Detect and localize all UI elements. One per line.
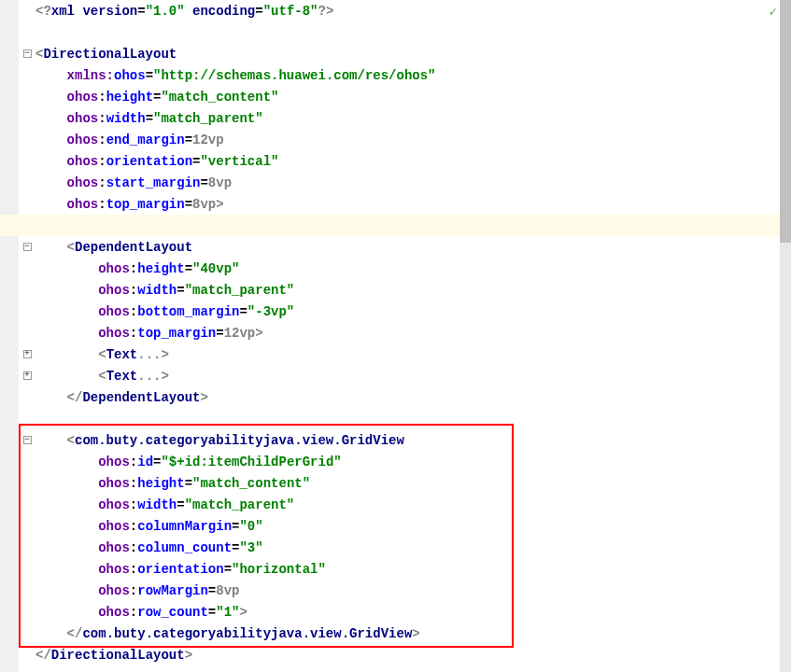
code-line[interactable]: xmlns:ohos="http://schemas.huawei.com/re… xyxy=(0,64,791,86)
token: < xyxy=(98,369,106,384)
code-line[interactable]: ohos:columnMargin="0" xyxy=(0,515,791,537)
code-line[interactable]: <?xml version="1.0" encoding="utf-8"?> xyxy=(0,0,791,21)
code-content[interactable]: ohos:bottom_margin="-3vp" xyxy=(35,304,791,319)
code-content[interactable]: ohos:end_margin=12vp xyxy=(35,133,791,147)
code-content[interactable]: ohos:start_margin=8vp xyxy=(35,175,791,190)
code-line[interactable]: ohos:column_count="3" xyxy=(0,537,791,558)
fold-gutter[interactable]: − xyxy=(19,436,35,444)
code-line[interactable]: ohos:id="$+id:itemChildPerGrid" xyxy=(0,451,791,472)
fold-collapse-icon[interactable]: − xyxy=(23,243,32,251)
code-line[interactable]: ohos:rowMargin=8vp xyxy=(0,580,791,601)
token: columnMargin xyxy=(137,519,232,534)
fold-collapse-icon[interactable]: − xyxy=(23,49,32,58)
fold-gutter[interactable]: − xyxy=(19,49,35,58)
code-content[interactable]: ohos:height="match_content" xyxy=(35,90,791,105)
code-line[interactable] xyxy=(0,408,791,429)
token: ohos xyxy=(67,197,99,212)
token: = xyxy=(137,4,145,19)
code-editor[interactable]: <?xml version="1.0" encoding="utf-8"?>−<… xyxy=(0,0,791,672)
code-content[interactable]: ohos:top_margin=8vp> xyxy=(35,197,791,212)
token: ohos xyxy=(98,476,130,491)
code-line[interactable]: ohos:width="match_parent" xyxy=(0,107,791,129)
fold-collapse-icon[interactable]: − xyxy=(23,436,32,444)
code-content[interactable]: ohos:height="match_content" xyxy=(35,476,791,491)
token: ohos xyxy=(98,540,130,555)
code-content[interactable]: <Text...> xyxy=(35,369,791,384)
code-line[interactable]: ohos:height="match_content" xyxy=(0,472,791,494)
code-line[interactable]: </com.buty.categoryabilityjava.view.Grid… xyxy=(0,623,791,644)
code-line[interactable]: </DependentLayout> xyxy=(0,386,791,408)
code-content[interactable]: <DependentLayout xyxy=(35,240,791,255)
code-line[interactable]: ohos:width="match_parent" xyxy=(0,279,791,301)
fold-gutter[interactable]: − xyxy=(19,243,35,251)
code-content[interactable]: </DependentLayout> xyxy=(35,390,791,405)
code-line[interactable]: ohos:start_margin=8vp xyxy=(0,172,791,193)
token: = xyxy=(177,283,184,298)
code-line[interactable]: − <com.buty.categoryabilityjava.view.Gri… xyxy=(0,429,791,451)
token: : xyxy=(130,605,137,620)
code-content[interactable]: <?xml version="1.0" encoding="utf-8"?> xyxy=(35,4,791,19)
token: height xyxy=(137,261,184,276)
code-content[interactable]: ohos:column_count="3" xyxy=(35,540,791,555)
token: width xyxy=(106,111,146,126)
token: ohos xyxy=(67,111,99,126)
code-content[interactable]: ohos:orientation="horizontal" xyxy=(35,562,791,577)
code-line[interactable]: ohos:end_margin=12vp xyxy=(0,129,791,150)
code-line[interactable] xyxy=(0,21,791,43)
code-content[interactable]: ohos:row_count="1"> xyxy=(35,605,791,620)
code-line[interactable]: ohos:orientation="horizontal" xyxy=(0,558,791,580)
code-line[interactable]: ohos:orientation="vertical" xyxy=(0,150,791,172)
code-content[interactable]: ohos:columnMargin="0" xyxy=(35,519,791,534)
code-content[interactable]: </DirectionalLayout> xyxy=(35,648,791,663)
code-content[interactable]: ohos:id="$+id:itemChildPerGrid" xyxy=(35,455,791,469)
code-content[interactable]: ohos:orientation="vertical" xyxy=(35,154,791,169)
code-line[interactable]: ohos:height="match_content" xyxy=(0,86,791,107)
code-line[interactable]: ohos:height="40vp" xyxy=(0,258,791,279)
code-content[interactable]: xmlns:ohos="http://schemas.huawei.com/re… xyxy=(35,68,791,83)
fold-expand-icon[interactable]: + xyxy=(23,350,32,358)
token: Text xyxy=(106,347,138,362)
fold-gutter[interactable]: + xyxy=(19,371,35,380)
code-content[interactable]: ohos:rowMargin=8vp xyxy=(35,583,791,598)
code-line[interactable]: ohos:bottom_margin="-3vp" xyxy=(0,301,791,322)
code-content[interactable]: ohos:width="match_parent" xyxy=(35,283,791,298)
code-content[interactable]: ohos:width="match_parent" xyxy=(35,497,791,512)
code-content[interactable]: </com.buty.categoryabilityjava.view.Grid… xyxy=(35,626,791,641)
code-line[interactable]: ohos:top_margin=8vp> xyxy=(0,193,791,215)
code-line[interactable]: −<DirectionalLayout xyxy=(0,43,791,64)
token: column_count xyxy=(137,540,232,555)
token: encoding xyxy=(192,4,255,19)
token: : xyxy=(130,583,137,598)
code-lines[interactable]: <?xml version="1.0" encoding="utf-8"?>−<… xyxy=(0,0,791,665)
fold-expand-icon[interactable]: + xyxy=(23,371,32,380)
code-content[interactable]: <com.buty.categoryabilityjava.view.GridV… xyxy=(35,433,791,448)
token: > xyxy=(185,648,192,663)
code-content[interactable]: ohos:height="40vp" xyxy=(35,261,791,276)
token: bottom_margin xyxy=(137,304,239,319)
token: DirectionalLayout xyxy=(51,648,185,663)
code-line[interactable]: </DirectionalLayout> xyxy=(0,644,791,665)
code-content[interactable]: ohos:width="match_parent" xyxy=(35,111,791,126)
minimap-scrollbar[interactable] xyxy=(780,0,791,672)
code-line[interactable]: + <Text...> xyxy=(0,365,791,386)
token: : xyxy=(130,497,137,512)
code-line[interactable]: ohos:width="match_parent" xyxy=(0,494,791,515)
token: height xyxy=(137,476,184,491)
token: < xyxy=(98,347,106,362)
code-content[interactable]: ohos:top_margin=12vp> xyxy=(35,326,791,341)
code-line[interactable]: ohos:row_count="1"> xyxy=(0,601,791,623)
fold-gutter[interactable]: + xyxy=(19,350,35,358)
token: DependentLayout xyxy=(75,240,192,255)
minimap-thumb[interactable] xyxy=(780,0,791,243)
code-line[interactable]: − <DependentLayout xyxy=(0,236,791,258)
code-line[interactable]: + <Text...> xyxy=(0,343,791,365)
code-line[interactable] xyxy=(0,215,791,236)
code-content[interactable]: <DirectionalLayout xyxy=(35,47,791,62)
token: : xyxy=(130,476,137,491)
token: "match_parent" xyxy=(153,111,263,126)
token: DependentLayout xyxy=(82,390,200,405)
code-content[interactable]: <Text...> xyxy=(35,347,791,362)
code-line[interactable]: ohos:top_margin=12vp> xyxy=(0,322,791,343)
token: ohos xyxy=(114,68,146,83)
token: start_margin xyxy=(106,175,201,190)
